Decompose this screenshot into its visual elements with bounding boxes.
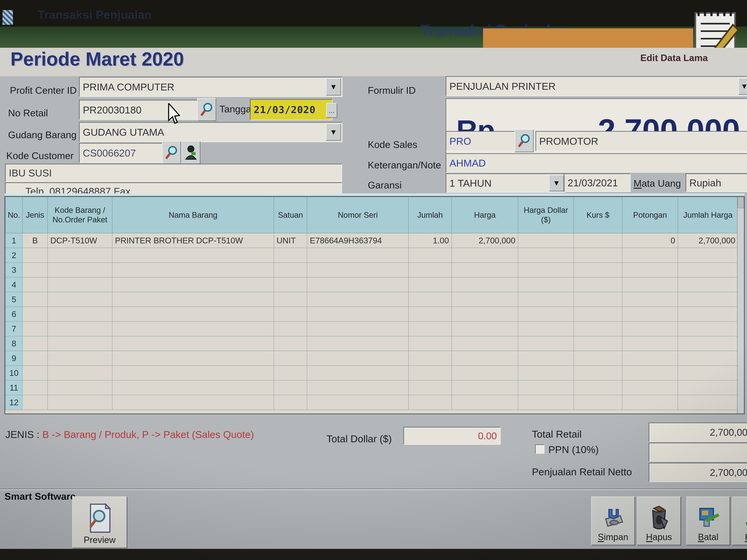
table-cell[interactable] [22, 380, 48, 395]
table-cell[interactable] [452, 307, 518, 321]
table-cell[interactable] [518, 366, 574, 380]
table-cell[interactable] [622, 366, 678, 380]
table-cell[interactable] [574, 277, 622, 292]
table-cell[interactable]: 10 [5, 366, 22, 380]
table-cell[interactable] [307, 351, 409, 366]
table-cell[interactable] [409, 292, 452, 307]
table-cell[interactable] [307, 380, 409, 395]
table-cell[interactable] [307, 292, 409, 307]
table-cell[interactable] [22, 277, 48, 292]
table-cell[interactable] [452, 248, 518, 263]
table-cell[interactable] [112, 263, 274, 277]
table-cell[interactable] [678, 321, 738, 336]
table-cell[interactable] [307, 395, 409, 410]
table-cell[interactable] [274, 263, 307, 277]
table-cell[interactable] [112, 277, 274, 292]
tanggal-picker-button[interactable]: ... [326, 103, 337, 118]
batal-button[interactable]: Batal [686, 497, 730, 545]
table-cell[interactable]: DCP-T510W [48, 233, 112, 248]
hapus-button[interactable]: Hapus [637, 497, 681, 545]
table-cell[interactable] [518, 277, 574, 292]
chevron-down-icon[interactable]: ▼ [326, 78, 341, 96]
table-cell[interactable] [452, 351, 518, 366]
tanggal-field[interactable]: 21/03/2020 [250, 99, 333, 120]
table-cell[interactable]: E78664A9H363794 [307, 233, 409, 248]
table-cell[interactable] [678, 395, 738, 410]
table-cell[interactable] [574, 292, 622, 307]
table-cell[interactable] [678, 366, 738, 380]
chevron-down-icon[interactable]: ▼ [549, 175, 564, 191]
table-cell[interactable] [622, 307, 678, 321]
table-cell[interactable] [274, 395, 307, 410]
kode-sales-field[interactable]: PRO [446, 131, 520, 151]
table-cell[interactable]: 1.00 [409, 233, 452, 248]
table-cell[interactable] [409, 277, 452, 292]
ppn-checkbox[interactable] [535, 445, 544, 454]
table-cell[interactable] [48, 336, 112, 351]
table-cell[interactable] [22, 336, 48, 351]
table-cell[interactable] [274, 366, 307, 380]
table-cell[interactable]: 2,700,000 [452, 233, 518, 248]
table-cell[interactable] [622, 263, 678, 277]
table-cell[interactable] [274, 336, 307, 351]
table-cell[interactable] [307, 307, 409, 321]
table-cell[interactable] [48, 395, 112, 410]
table-cell[interactable] [452, 263, 518, 277]
table-cell[interactable] [22, 248, 48, 263]
table-cell[interactable] [112, 380, 274, 395]
table-cell[interactable] [452, 321, 518, 336]
table-cell[interactable] [518, 248, 574, 263]
table-cell[interactable] [622, 380, 678, 395]
table-cell[interactable]: 8 [5, 336, 22, 351]
table-cell[interactable] [678, 307, 738, 321]
table-cell[interactable] [48, 380, 112, 395]
table-cell[interactable] [622, 292, 678, 307]
table-cell[interactable]: 12 [5, 395, 22, 410]
table-cell[interactable] [48, 292, 112, 307]
table-cell[interactable] [678, 336, 738, 351]
table-cell[interactable] [622, 277, 678, 292]
table-cell[interactable] [48, 366, 112, 380]
table-cell[interactable] [452, 277, 518, 292]
table-cell[interactable] [452, 336, 518, 351]
table-cell[interactable] [678, 351, 738, 366]
table-cell[interactable] [274, 351, 307, 366]
table-cell[interactable] [22, 366, 48, 380]
table-cell[interactable] [112, 307, 274, 321]
table-cell[interactable]: 6 [5, 307, 22, 321]
table-scrollbar[interactable] [737, 197, 744, 414]
table-cell[interactable] [678, 263, 738, 277]
table-cell[interactable] [518, 292, 574, 307]
formulir-field[interactable]: PENJUALAN PRINTER [446, 76, 747, 96]
table-cell[interactable] [622, 321, 678, 336]
gudang-field[interactable]: GUDANG UTAMA ▼ [79, 122, 342, 142]
table-cell[interactable] [574, 233, 622, 248]
profit-center-field[interactable]: PRIMA COMPUTER ▼ [79, 77, 342, 97]
table-cell[interactable] [574, 395, 622, 410]
kode-customer-field[interactable]: CS0066207 [79, 143, 167, 163]
table-cell[interactable]: PRINTER BROTHER DCP-T510W [112, 233, 274, 248]
table-cell[interactable] [307, 248, 409, 263]
simpan-button[interactable]: Simpan [591, 497, 635, 545]
table-cell[interactable] [409, 248, 452, 263]
table-cell[interactable] [518, 351, 574, 366]
table-cell[interactable] [518, 336, 574, 351]
table-cell[interactable]: 7 [5, 321, 22, 336]
table-cell[interactable] [112, 248, 274, 263]
mata-uang-field[interactable]: Rupiah [686, 174, 747, 192]
table-cell[interactable] [574, 248, 622, 263]
table-cell[interactable] [307, 263, 409, 277]
table-cell[interactable] [112, 366, 274, 380]
table-cell[interactable] [48, 248, 112, 263]
table-cell[interactable]: 2 [5, 248, 22, 263]
table-cell[interactable] [274, 248, 307, 263]
table-cell[interactable] [48, 321, 112, 336]
table-cell[interactable] [307, 277, 409, 292]
table-cell[interactable] [409, 395, 452, 410]
table-cell[interactable] [307, 336, 409, 351]
table-cell[interactable] [22, 321, 48, 336]
table-cell[interactable] [274, 321, 307, 336]
customer-search-button[interactable] [162, 141, 181, 164]
table-cell[interactable] [574, 351, 622, 366]
no-retail-search-button[interactable] [197, 98, 216, 121]
